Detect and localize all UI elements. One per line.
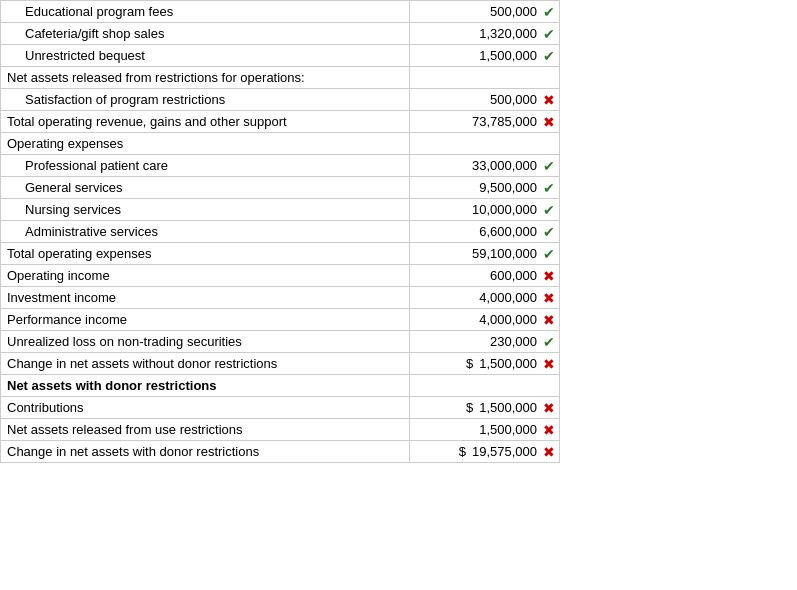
cross-icon: ✖ [543, 356, 555, 372]
cross-icon: ✖ [543, 312, 555, 328]
numeric-value: 73,785,000 [472, 114, 537, 129]
cross-icon: ✖ [543, 92, 555, 108]
row-value [410, 133, 560, 155]
table-row: Satisfaction of program restrictions500,… [1, 89, 560, 111]
numeric-value: 33,000,000 [472, 158, 537, 173]
table-row: Unrestricted bequest1,500,000✔ [1, 45, 560, 67]
row-value [410, 375, 560, 397]
cross-icon: ✖ [543, 268, 555, 284]
check-icon: ✔ [543, 48, 555, 64]
row-label: Total operating expenses [1, 243, 410, 265]
row-label: Net assets with donor restrictions [1, 375, 410, 397]
row-label: Unrealized loss on non-trading securitie… [1, 331, 410, 353]
currency-symbol: $ [466, 400, 473, 415]
table-row: Change in net assets with donor restrict… [1, 441, 560, 463]
row-value: 33,000,000✔ [410, 155, 560, 177]
numeric-value: 500,000 [490, 4, 537, 19]
row-label: Cafeteria/gift shop sales [1, 23, 410, 45]
table-row: Net assets released from restrictions fo… [1, 67, 560, 89]
row-label: General services [1, 177, 410, 199]
row-label: Investment income [1, 287, 410, 309]
row-label: Nursing services [1, 199, 410, 221]
financial-table: Educational program fees500,000✔Cafeteri… [0, 0, 560, 463]
currency-symbol: $ [459, 444, 466, 459]
table-row: Performance income4,000,000✖ [1, 309, 560, 331]
row-value: $1,500,000✖ [410, 397, 560, 419]
numeric-value: 1,500,000 [479, 400, 537, 415]
numeric-value: 10,000,000 [472, 202, 537, 217]
row-value: 73,785,000✖ [410, 111, 560, 133]
numeric-value: 9,500,000 [479, 180, 537, 195]
cross-icon: ✖ [543, 290, 555, 306]
table-row: Educational program fees500,000✔ [1, 1, 560, 23]
row-value: 4,000,000✖ [410, 287, 560, 309]
numeric-value: 1,320,000 [479, 26, 537, 41]
check-icon: ✔ [543, 224, 555, 240]
row-value: 500,000✔ [410, 1, 560, 23]
check-icon: ✔ [543, 334, 555, 350]
check-icon: ✔ [543, 246, 555, 262]
numeric-value: 4,000,000 [479, 312, 537, 327]
numeric-value: 1,500,000 [479, 422, 537, 437]
row-value: 4,000,000✖ [410, 309, 560, 331]
row-label: Change in net assets without donor restr… [1, 353, 410, 375]
row-value: 1,500,000✖ [410, 419, 560, 441]
row-label: Administrative services [1, 221, 410, 243]
row-value: 600,000✖ [410, 265, 560, 287]
check-icon: ✔ [543, 4, 555, 20]
numeric-value: 19,575,000 [472, 444, 537, 459]
row-value: $1,500,000✖ [410, 353, 560, 375]
table-row: Investment income4,000,000✖ [1, 287, 560, 309]
row-label: Contributions [1, 397, 410, 419]
check-icon: ✔ [543, 180, 555, 196]
table-row: Total operating revenue, gains and other… [1, 111, 560, 133]
table-row: Total operating expenses59,100,000✔ [1, 243, 560, 265]
row-label: Net assets released from restrictions fo… [1, 67, 410, 89]
table-row: Contributions$1,500,000✖ [1, 397, 560, 419]
table-row: Unrealized loss on non-trading securitie… [1, 331, 560, 353]
row-label: Satisfaction of program restrictions [1, 89, 410, 111]
cross-icon: ✖ [543, 400, 555, 416]
table-row: Net assets released from use restriction… [1, 419, 560, 441]
statement-table: Educational program fees500,000✔Cafeteri… [0, 0, 560, 463]
numeric-value: 6,600,000 [479, 224, 537, 239]
table-row: General services9,500,000✔ [1, 177, 560, 199]
row-value: $19,575,000✖ [410, 441, 560, 463]
check-icon: ✔ [543, 202, 555, 218]
table-row: Professional patient care33,000,000✔ [1, 155, 560, 177]
currency-symbol: $ [466, 356, 473, 371]
row-value: 59,100,000✔ [410, 243, 560, 265]
numeric-value: 600,000 [490, 268, 537, 283]
row-label: Operating income [1, 265, 410, 287]
row-value: 10,000,000✔ [410, 199, 560, 221]
table-row: Administrative services6,600,000✔ [1, 221, 560, 243]
row-value: 6,600,000✔ [410, 221, 560, 243]
row-value: 9,500,000✔ [410, 177, 560, 199]
row-value [410, 67, 560, 89]
numeric-value: 59,100,000 [472, 246, 537, 261]
cross-icon: ✖ [543, 422, 555, 438]
row-value: 1,500,000✔ [410, 45, 560, 67]
numeric-value: 4,000,000 [479, 290, 537, 305]
row-label: Performance income [1, 309, 410, 331]
row-label: Total operating revenue, gains and other… [1, 111, 410, 133]
numeric-value: 230,000 [490, 334, 537, 349]
table-row: Nursing services10,000,000✔ [1, 199, 560, 221]
numeric-value: 1,500,000 [479, 48, 537, 63]
table-row: Cafeteria/gift shop sales1,320,000✔ [1, 23, 560, 45]
row-label: Unrestricted bequest [1, 45, 410, 67]
table-row: Net assets with donor restrictions [1, 375, 560, 397]
table-row: Operating expenses [1, 133, 560, 155]
numeric-value: 500,000 [490, 92, 537, 107]
row-label: Change in net assets with donor restrict… [1, 441, 410, 463]
row-label: Professional patient care [1, 155, 410, 177]
cross-icon: ✖ [543, 114, 555, 130]
row-label: Net assets released from use restriction… [1, 419, 410, 441]
check-icon: ✔ [543, 158, 555, 174]
check-icon: ✔ [543, 26, 555, 42]
row-label: Educational program fees [1, 1, 410, 23]
row-value: 230,000✔ [410, 331, 560, 353]
row-label: Operating expenses [1, 133, 410, 155]
table-row: Change in net assets without donor restr… [1, 353, 560, 375]
row-value: 500,000✖ [410, 89, 560, 111]
